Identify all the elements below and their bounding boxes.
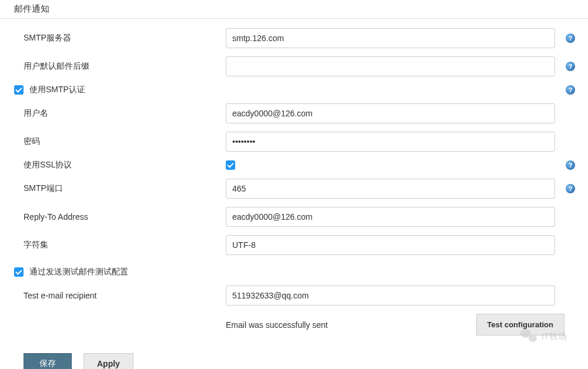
help-icon[interactable]: ? (566, 33, 575, 43)
label-smtp-auth: 使用SMTP认证 (29, 85, 85, 95)
default-suffix-input[interactable] (226, 56, 555, 76)
test-config-checkbox[interactable] (14, 267, 24, 277)
row-smtp-port: SMTP端口 ? (14, 179, 574, 199)
help-icon[interactable]: ? (566, 184, 575, 193)
status-message: Email was successfully sent (226, 320, 328, 330)
row-test-recipient: Test e-mail recipient (14, 286, 574, 306)
username-input[interactable] (226, 103, 555, 123)
row-username: 用户名 (14, 103, 574, 123)
section-title: 邮件通知 (0, 0, 588, 19)
label-charset: 字符集 (24, 240, 48, 250)
action-buttons: 保存 Apply (14, 353, 574, 369)
label-reply-to: Reply-To Address (24, 212, 88, 222)
use-ssl-checkbox[interactable] (226, 160, 235, 170)
label-smtp-port: SMTP端口 (24, 183, 63, 194)
test-configuration-button[interactable]: Test configuration (476, 314, 564, 336)
row-charset: 字符集 (14, 235, 574, 255)
smtp-port-input[interactable] (226, 179, 555, 199)
label-use-ssl: 使用SSL协议 (24, 160, 72, 170)
row-reply-to: Reply-To Address (14, 207, 574, 227)
smtp-auth-checkbox[interactable] (14, 85, 24, 95)
apply-button[interactable]: Apply (83, 353, 133, 369)
row-use-ssl: 使用SSL协议 ? (14, 160, 574, 170)
row-status: Email was successfully sent Test configu… (14, 314, 574, 336)
email-notification-form: SMTP服务器 ? 用户默认邮件后缀 ? 使用SMTP认证 ? 用户名 密码 (0, 28, 588, 369)
save-button[interactable]: 保存 (24, 353, 72, 369)
smtp-server-input[interactable] (226, 28, 555, 48)
password-input[interactable] (226, 132, 555, 152)
label-default-suffix: 用户默认邮件后缀 (24, 61, 89, 72)
label-test-config: 通过发送测试邮件测试配置 (29, 267, 128, 277)
row-smtp-auth: 使用SMTP认证 ? (14, 85, 574, 95)
help-icon[interactable]: ? (566, 160, 575, 170)
help-icon[interactable]: ? (566, 62, 575, 71)
reply-to-input[interactable] (226, 207, 555, 227)
row-test-config: 通过发送测试邮件测试配置 (14, 267, 574, 277)
row-password: 密码 (14, 132, 574, 152)
label-password: 密码 (24, 136, 40, 147)
test-recipient-input[interactable] (226, 286, 555, 306)
label-username: 用户名 (24, 108, 48, 119)
label-test-recipient: Test e-mail recipient (24, 291, 97, 300)
label-smtp-server: SMTP服务器 (24, 33, 71, 43)
row-smtp-server: SMTP服务器 ? (14, 28, 574, 48)
help-icon[interactable]: ? (566, 85, 575, 95)
row-default-suffix: 用户默认邮件后缀 ? (14, 56, 574, 76)
charset-input[interactable] (226, 235, 555, 255)
